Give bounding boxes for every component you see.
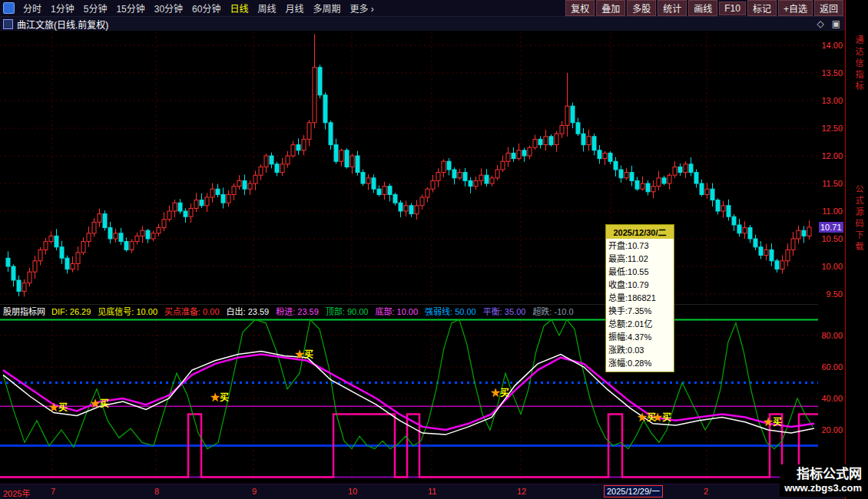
price-axis-label: 12.00 [821, 151, 843, 161]
period-tabs: 分时1分钟5分钟15分钟30分钟60分钟日线周线月线多周期更多 › [18, 0, 379, 16]
tooltip-row: 换手:7.35% [608, 305, 671, 318]
top-toolbar: 分时1分钟5分钟15分钟30分钟60分钟日线周线月线多周期更多 › 复权叠加多股… [0, 0, 868, 17]
current-price-tag: 10.71 [819, 222, 843, 233]
main-candle-chart[interactable] [0, 31, 818, 304]
price-axis-label: 10.00 [821, 262, 843, 272]
tooltip-row: 开盘:10.73 [608, 240, 671, 253]
toolbar-button-多股[interactable]: 多股 [627, 0, 656, 16]
tooltip-row: 总额:2.01亿 [608, 318, 671, 331]
title-bar: 曲江文旅(日线.前复权) ◇▣ [0, 17, 868, 31]
ohlc-tooltip: 2025/12/30/二 开盘:10.73最高:11.02最低:10.55收盘:… [605, 224, 674, 372]
time-axis-month-10: 10 [348, 487, 357, 496]
watermark-name: 指标公式网 [784, 467, 862, 482]
toolbar-button-F10[interactable]: F10 [719, 2, 746, 15]
time-axis-month-2: 2 [704, 487, 708, 496]
time-axis: 2025年 78910111222025/12/29/一 [0, 484, 868, 499]
buy-label: ★买 [49, 402, 68, 413]
buy-label: ★买 [210, 392, 229, 403]
pink-line [3, 355, 814, 430]
diamond-icon[interactable]: ◇ [817, 18, 823, 29]
price-axis-label: 14.00 [821, 41, 843, 51]
stock-title: 曲江文旅(日线.前复权) [17, 18, 108, 31]
toolbar-button-+自选[interactable]: +自选 [778, 0, 813, 16]
time-axis-year: 2025年 [3, 487, 30, 499]
toolbar-item-更多 ›[interactable]: 更多 › [346, 0, 379, 16]
time-axis-month-9: 9 [252, 487, 257, 496]
buy-label: ★买 [491, 388, 509, 398]
tooltip-values: 开盘:10.73最高:11.02最低:10.55收盘:10.79总量:18682… [606, 239, 674, 372]
time-axis-month-8: 8 [154, 487, 159, 496]
price-axis: 14.0013.5013.0012.5012.0011.5011.0010.50… [818, 31, 845, 499]
white-line [3, 352, 814, 435]
tooltip-row: 最高:11.02 [608, 253, 671, 266]
tooltip-row: 振幅:4.37% [608, 331, 671, 344]
time-axis-month-12: 12 [517, 487, 526, 496]
toolbar-button-复权[interactable]: 复权 [565, 0, 595, 16]
toolbar-button-画线[interactable]: 画线 [688, 0, 717, 16]
toolbar-item-1分钟[interactable]: 1分钟 [46, 0, 79, 16]
price-axis-label: 11.00 [822, 207, 843, 216]
tooltip-row: 总量:186821 [608, 292, 671, 305]
toolbar-item-月线[interactable]: 月线 [281, 0, 309, 16]
right-strip-text: 公式源码下载 [853, 184, 865, 253]
buy-label: ★买 [653, 412, 671, 423]
toolbar-item-5分钟[interactable]: 5分钟 [79, 0, 112, 16]
toolbar-button-返回[interactable]: 返回 [814, 0, 843, 16]
tooltip-row: 涨跌:0.03 [608, 344, 671, 357]
toolbar-button-标记[interactable]: 标记 [747, 0, 777, 16]
watermark-url: www.zbgs3.com [784, 482, 862, 494]
toolbar-item-周线[interactable]: 周线 [253, 0, 280, 16]
indicator-chart[interactable]: ★买★买★买★买★买★买★买★买 [0, 315, 818, 484]
toolbar-item-30分钟[interactable]: 30分钟 [150, 0, 187, 16]
indicator-axis-label: 20.00 [821, 425, 843, 435]
toolbar-item-日线[interactable]: 日线 [225, 0, 253, 16]
time-axis-cursor-date: 2025/12/29/一 [604, 485, 663, 497]
app-icon[interactable] [3, 2, 15, 14]
tooltip-row: 最低:10.55 [608, 266, 671, 279]
price-axis-label: 11.50 [822, 179, 843, 189]
candles [6, 35, 811, 297]
toolbar-item-分时[interactable]: 分时 [18, 0, 46, 16]
toolbar-item-多周期[interactable]: 多周期 [309, 0, 346, 16]
time-axis-month-11: 11 [428, 487, 436, 496]
tooltip-date: 2025/12/30/二 [606, 225, 674, 239]
toolbar-item-15分钟[interactable]: 15分钟 [111, 0, 149, 16]
right-strip-text: 通达信指标 [853, 35, 865, 93]
tooltip-row: 收盘:10.79 [608, 279, 671, 292]
buy-label: ★买 [295, 349, 313, 360]
main-grid [0, 32, 818, 302]
price-axis-label: 10.50 [821, 234, 843, 244]
toolbar-button-叠加[interactable]: 叠加 [596, 0, 625, 16]
window-icon [3, 19, 13, 29]
buy-label: ★买 [764, 417, 782, 428]
price-axis-label: 13.50 [821, 68, 843, 78]
toolbar-button-统计[interactable]: 统计 [658, 0, 687, 16]
window-layout-icon[interactable]: ▣ [832, 18, 840, 29]
buy-label: ★买 [91, 398, 109, 409]
app-window: 分时1分钟5分钟15分钟30分钟60分钟日线周线月线多周期更多 › 复权叠加多股… [0, 0, 868, 499]
tooltip-row: 涨幅:0.28% [608, 357, 671, 370]
site-watermark: 指标公式网 www.zbgs3.com [780, 464, 866, 497]
toolbar-item-60分钟[interactable]: 60分钟 [187, 0, 225, 16]
time-axis-month-7: 7 [51, 487, 55, 496]
price-axis-label: 9.50 [827, 289, 843, 299]
indicator-axis-label: 40.00 [821, 394, 843, 404]
indicator-axis-label: 60.00 [821, 362, 843, 372]
price-axis-label: 12.50 [821, 124, 843, 134]
indicator-axis-label: 80.00 [821, 331, 843, 341]
toolbar-buttons: 复权叠加多股统计画线F10标记+自选返回 [564, 0, 868, 16]
right-edge-panel: 通达信指标公式源码下载 [845, 0, 868, 499]
price-axis-label: 13.00 [821, 96, 843, 106]
